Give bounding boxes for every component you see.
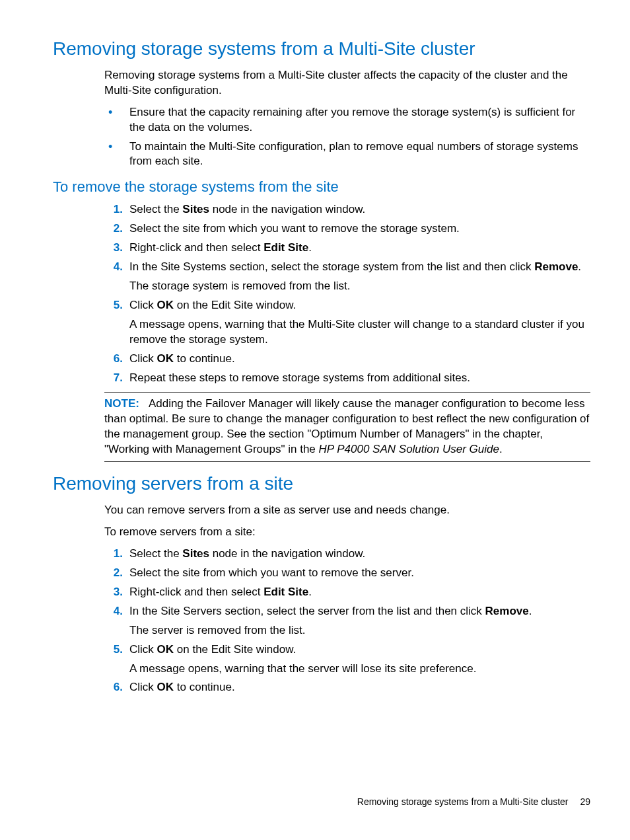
step-item: Click OK on the Edit Site window. A mess… — [104, 642, 590, 677]
step-bold: OK — [157, 643, 174, 656]
step-text: . — [529, 605, 532, 617]
note-italic: HP P4000 SAN Solution User Guide — [319, 443, 499, 455]
step-item: In the Site Servers section, select the … — [104, 604, 590, 638]
step-item: In the Site Systems section, select the … — [104, 260, 590, 294]
note-box: NOTE:Adding the Failover Manager will li… — [104, 392, 590, 462]
step-text: . — [578, 260, 581, 273]
step-bold: Edit Site — [263, 241, 308, 254]
step-extra: A message opens, warning that the server… — [129, 662, 590, 677]
server-steps: Select the Sites node in the navigation … — [104, 547, 590, 696]
heading-removing-servers: Removing servers from a site — [53, 471, 590, 496]
step-item: Right-click and then select Edit Site. — [104, 585, 590, 600]
step-text: Select the — [129, 547, 182, 560]
note-label: NOTE: — [104, 397, 139, 410]
step-text: to continue. — [174, 352, 235, 365]
section2-intro: You can remove servers from a site as se… — [104, 503, 590, 518]
step-text: Click — [129, 643, 157, 656]
note-text: . — [499, 443, 503, 455]
step-item: Click OK to continue. — [104, 680, 590, 695]
step-text: to continue. — [174, 681, 235, 693]
step-text: Click — [129, 299, 157, 311]
bullet-item: Ensure that the capacity remaining after… — [104, 105, 590, 135]
step-bold: Sites — [182, 203, 209, 215]
step-bold: Remove — [534, 260, 578, 273]
step-extra: A message opens, warning that the Multi-… — [129, 317, 590, 348]
footer-text: Removing storage systems from a Multi-Si… — [357, 796, 569, 807]
section2-lead: To remove servers from a site: — [104, 525, 590, 540]
step-bold: Remove — [485, 605, 529, 617]
step-text: Right-click and then select — [129, 586, 263, 598]
page: Removing storage systems from a Multi-Si… — [0, 0, 630, 840]
step-extra: The storage system is removed from the l… — [129, 279, 590, 294]
step-text: on the Edit Site window. — [174, 643, 296, 656]
page-number: 29 — [580, 796, 590, 807]
section1-bullets: Ensure that the capacity remaining after… — [104, 105, 590, 170]
step-item: Select the site from which you want to r… — [104, 566, 590, 581]
step-bold: Edit Site — [263, 586, 308, 598]
page-footer: Removing storage systems from a Multi-Si… — [357, 796, 590, 808]
step-text: Click — [129, 352, 157, 365]
step-item: Select the Sites node in the navigation … — [104, 547, 590, 562]
step-bold: OK — [157, 299, 174, 311]
step-text: In the Site Systems section, select the … — [129, 260, 534, 273]
step-bold: OK — [157, 681, 174, 693]
section1-intro: Removing storage systems from a Multi-Si… — [104, 68, 590, 98]
step-text: . — [308, 241, 312, 254]
step-bold: Sites — [182, 547, 209, 560]
step-text: In the Site Servers section, select the … — [129, 605, 485, 617]
step-text: node in the navigation window. — [209, 547, 365, 560]
bullet-item: To maintain the Multi-Site configuration… — [104, 139, 590, 170]
step-item: Click OK on the Edit Site window. A mess… — [104, 298, 590, 348]
step-text: Click — [129, 681, 157, 693]
step-bold: OK — [157, 352, 174, 365]
step-item: Click OK to continue. — [104, 352, 590, 367]
step-text: Right-click and then select — [129, 241, 263, 254]
heading-to-remove-storage: To remove the storage systems from the s… — [53, 177, 590, 197]
step-text: node in the navigation window. — [209, 203, 365, 215]
step-extra: The server is removed from the list. — [129, 623, 590, 638]
heading-removing-storage: Removing storage systems from a Multi-Si… — [53, 36, 590, 61]
step-item: Select the site from which you want to r… — [104, 221, 590, 237]
step-text: Select the — [129, 203, 182, 215]
step-text: . — [308, 586, 312, 598]
storage-steps: Select the Sites node in the navigation … — [104, 202, 590, 385]
step-item: Right-click and then select Edit Site. — [104, 241, 590, 256]
step-text: on the Edit Site window. — [174, 299, 296, 311]
step-item: Repeat these steps to remove storage sys… — [104, 371, 590, 386]
step-item: Select the Sites node in the navigation … — [104, 202, 590, 217]
